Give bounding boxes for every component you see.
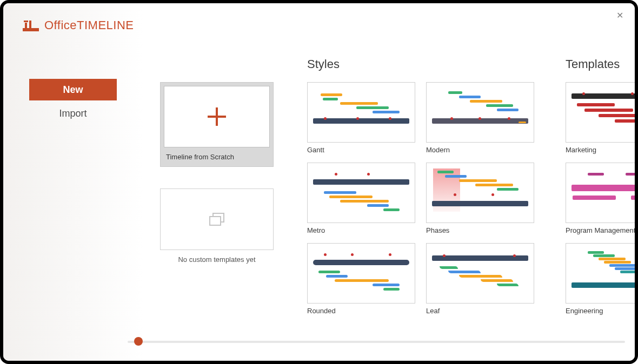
style-card-leaf[interactable]: Leaf [426, 243, 534, 315]
no-custom-box [160, 188, 274, 250]
template-card-engineering[interactable]: Engineering [566, 243, 635, 315]
thumb-leaf [426, 243, 534, 304]
close-icon: ✕ [616, 10, 623, 21]
svg-rect-1 [25, 23, 27, 28]
timeline-from-scratch-card[interactable]: Timeline from Scratch [160, 82, 274, 167]
template-label: Marketing [566, 146, 635, 154]
style-card-phases[interactable]: Phases [426, 163, 534, 234]
svg-rect-2 [29, 21, 31, 28]
brand-text-part2: TIMELINE [77, 18, 134, 32]
thumb-marketing [566, 82, 635, 143]
thumb-modern [426, 82, 534, 143]
svg-rect-3 [24, 21, 28, 22]
style-label: Metro [307, 226, 415, 234]
template-label: Program Management [566, 226, 635, 234]
style-card-modern[interactable]: Modern [426, 82, 534, 154]
nav-new-button[interactable]: New [29, 79, 117, 100]
no-custom-label: No custom templates yet [160, 255, 274, 264]
style-label: Leaf [426, 307, 534, 315]
scratch-column: Timeline from Scratch No custom template… [160, 57, 279, 264]
no-custom-templates: No custom templates yet [160, 188, 274, 264]
styles-grid: Gantt [307, 82, 540, 315]
thumb-gantt [307, 82, 415, 143]
templates-title: Templates [566, 57, 635, 72]
style-card-metro[interactable]: Metro [307, 163, 415, 234]
style-card-rounded[interactable]: Rounded [307, 243, 415, 315]
stack-icon [209, 213, 224, 226]
brand-logo: OfficeTIMELINE [23, 18, 134, 32]
style-label: Rounded [307, 307, 415, 315]
templates-column: Templates Marketing [566, 57, 635, 315]
sidebar: New Import [29, 79, 121, 126]
nav-import-button[interactable]: Import [29, 103, 117, 124]
content-area: Timeline from Scratch No custom template… [160, 57, 635, 328]
plus-icon [208, 107, 226, 126]
thumb-metro [307, 163, 415, 223]
brand-icon [23, 18, 39, 32]
horizontal-slider[interactable] [128, 338, 625, 345]
styles-column: Styles [307, 57, 540, 315]
style-label: Gantt [307, 146, 415, 154]
svg-rect-0 [23, 28, 39, 31]
scratch-label: Timeline from Scratch [164, 153, 270, 161]
thumb-engineering [566, 243, 635, 304]
close-button[interactable]: ✕ [614, 10, 625, 21]
styles-title: Styles [307, 57, 540, 72]
slider-knob[interactable] [134, 337, 143, 346]
template-card-program-management[interactable]: Program Management [566, 163, 635, 234]
template-label: Engineering [566, 307, 635, 315]
thumb-program [566, 163, 635, 223]
scratch-thumb [164, 86, 270, 147]
thumb-rounded [307, 243, 415, 304]
templates-grid: Marketing Program Management [566, 82, 635, 315]
brand-text-part1: Office [44, 18, 77, 32]
slider-track [128, 341, 625, 343]
style-label: Modern [426, 146, 534, 154]
template-card-marketing[interactable]: Marketing [566, 82, 635, 154]
style-card-gantt[interactable]: Gantt [307, 82, 415, 154]
style-label: Phases [426, 226, 534, 234]
thumb-phases [426, 163, 534, 223]
brand-text: OfficeTIMELINE [44, 18, 134, 32]
